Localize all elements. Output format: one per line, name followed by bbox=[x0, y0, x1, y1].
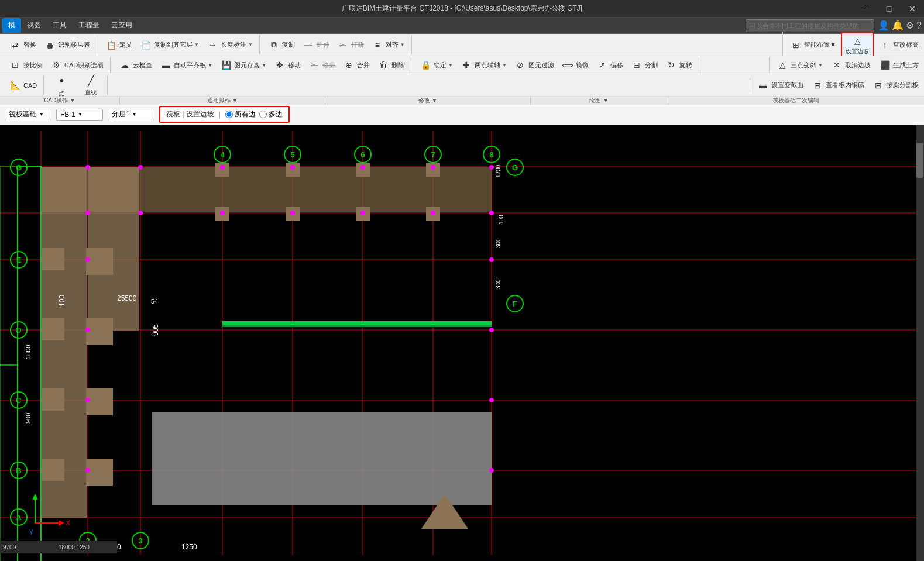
align-icon: ≡ bbox=[371, 39, 384, 51]
svg-rect-35 bbox=[42, 388, 64, 411]
svg-text:X: X bbox=[66, 520, 70, 526]
scale-button[interactable]: ⊡按比例 bbox=[6, 57, 46, 73]
slab-id-dropdown[interactable]: FB-1 ▼ bbox=[56, 109, 103, 121]
toolbar-labels: CAD操作 ▼ 通用操作 ▼ 修改 ▼ 绘图 ▼ 筏板基础二次编辑 bbox=[0, 97, 924, 105]
svg-text:54: 54 bbox=[151, 298, 158, 305]
line-draw-button[interactable]: ╱ 直线 bbox=[78, 70, 104, 101]
svg-rect-29 bbox=[86, 248, 113, 275]
draw-ops-label[interactable]: 绘图 ▼ bbox=[531, 97, 668, 105]
user-icon: 👤 bbox=[878, 20, 889, 31]
general-ops-label[interactable]: 通用操作 ▼ bbox=[120, 97, 325, 105]
menu-item-home[interactable]: 模 bbox=[2, 18, 21, 33]
slope-prefix-label: 筏板 | 设置边坡 bbox=[166, 109, 214, 119]
svg-text:1800: 1800 bbox=[25, 345, 32, 359]
svg-text:E: E bbox=[16, 256, 22, 264]
svg-text:9700: 9700 bbox=[3, 544, 16, 550]
cad-button[interactable]: 📐CAD bbox=[6, 78, 40, 93]
auto-level-icon: ▬ bbox=[159, 58, 172, 71]
save-element-button[interactable]: 💾图元存盘▼ bbox=[217, 57, 269, 73]
svg-point-59 bbox=[489, 257, 494, 262]
rotate-button[interactable]: ↻旋转 bbox=[662, 57, 695, 73]
cloud-check-button[interactable]: ☁云检查 bbox=[115, 57, 155, 73]
toolbar-row3: 📐CAD • 点 ╱ 直线 ▬设置变截面 ⊟查看板内钢筋 ⊟按梁分割板 bbox=[0, 74, 924, 97]
element-filter-button[interactable]: ⊘图元过滤 bbox=[511, 57, 557, 73]
cad-canvas-area[interactable]: G E D C B A G F 2 3 4 5 6 7 8 100 25500 bbox=[0, 125, 924, 561]
toolbar: ⇄替换 ▦识别楼层表 📋定义 📄复制到其它层▼ ↔长度标注▼ ⧉复制 →延伸 ✂… bbox=[0, 34, 924, 104]
rotate-icon: ↻ bbox=[665, 58, 678, 71]
svg-rect-31 bbox=[86, 388, 113, 415]
svg-text:25500: 25500 bbox=[117, 294, 137, 302]
set-cross-section-button[interactable]: ▬设置变截面 bbox=[754, 78, 806, 93]
svg-point-65 bbox=[489, 468, 494, 473]
delete-button[interactable]: 🗑删除 bbox=[374, 57, 407, 73]
bell-icon: 🔔 bbox=[892, 20, 904, 31]
view-high-icon: ↑ bbox=[878, 39, 891, 51]
split-button[interactable]: ⊟分割 bbox=[627, 57, 661, 73]
view-high-button[interactable]: ↑查改标高 bbox=[875, 37, 922, 53]
menu-item-tools[interactable]: 工具 bbox=[47, 18, 73, 33]
copy-to-other-floor-button[interactable]: 📄复制到其它层▼ bbox=[136, 37, 202, 53]
move-button[interactable]: ✥移动 bbox=[270, 57, 304, 73]
svg-text:4: 4 bbox=[220, 150, 225, 159]
identify-floor-table-button[interactable]: ▦识别楼层表 bbox=[40, 37, 93, 53]
define-button[interactable]: 📋定义 bbox=[102, 37, 135, 53]
mirror-icon: ⟺ bbox=[561, 58, 574, 71]
lock-button[interactable]: 🔒锁定▼ bbox=[416, 57, 456, 73]
intelligent-layout-button[interactable]: ⊞智能布置▼ bbox=[786, 37, 839, 53]
modify-ops-label[interactable]: 修改 ▼ bbox=[325, 97, 531, 105]
svg-text:3: 3 bbox=[138, 536, 142, 545]
svg-point-63 bbox=[489, 398, 494, 402]
replace-button[interactable]: ⇄替换 bbox=[6, 37, 39, 53]
svg-text:D: D bbox=[16, 326, 21, 335]
length-annotation-button[interactable]: ↔长度标注▼ bbox=[203, 37, 256, 53]
menu-item-cloud[interactable]: 云应用 bbox=[105, 18, 138, 33]
all-sides-radio[interactable] bbox=[225, 111, 233, 118]
scrollbar-thumb[interactable] bbox=[916, 143, 923, 178]
two-point-axis-button[interactable]: ✚两点辅轴▼ bbox=[457, 57, 510, 73]
multi-side-option[interactable]: 多边 bbox=[259, 109, 283, 119]
help-icon: ? bbox=[916, 20, 922, 31]
extend-button[interactable]: →延伸 bbox=[299, 37, 332, 53]
slab-secondary-edit-group: ⊞智能布置▼ △ 设置边坡 ↑查改标高 bbox=[782, 32, 922, 58]
cancel-slope-button[interactable]: ✕取消边坡 bbox=[827, 57, 874, 73]
menu-item-view[interactable]: 视图 bbox=[21, 18, 47, 33]
copy-button[interactable]: ⧉复制 bbox=[265, 37, 298, 53]
slope-separator: | bbox=[219, 111, 221, 119]
vertical-scrollbar[interactable] bbox=[916, 125, 924, 561]
view-rebar-button[interactable]: ⊟查看板内钢筋 bbox=[808, 78, 867, 93]
generate-earth-button[interactable]: ⬛生成土方 bbox=[875, 57, 922, 73]
three-point-slope-button[interactable]: △三点变斜▼ bbox=[773, 57, 826, 73]
title-bar: 广联达BIM土建计量平台 GTJ2018 - [C:\Users\asus\De… bbox=[0, 0, 924, 18]
search-input[interactable] bbox=[746, 19, 874, 32]
auto-level-button[interactable]: ▬自动平齐板▼ bbox=[156, 57, 215, 73]
align-button[interactable]: ≡对齐▼ bbox=[368, 37, 408, 53]
break-button[interactable]: ✂打断 bbox=[334, 37, 367, 53]
minimize-button[interactable]: ─ bbox=[854, 0, 877, 18]
mirror-button[interactable]: ⟺镜像 bbox=[558, 57, 592, 73]
all-sides-option[interactable]: 所有边 bbox=[225, 109, 256, 119]
point-draw-button[interactable]: • 点 bbox=[49, 70, 74, 101]
merge-button[interactable]: ⊕合并 bbox=[339, 57, 373, 73]
svg-text:18000  1250: 18000 1250 bbox=[59, 544, 90, 550]
layer-dropdown[interactable]: 分层1 ▼ bbox=[108, 108, 154, 121]
multi-side-radio[interactable] bbox=[259, 111, 267, 118]
svg-point-60 bbox=[85, 328, 90, 332]
split-by-beam-button[interactable]: ⊟按梁分割板 bbox=[869, 78, 922, 93]
break-icon: ✂ bbox=[336, 39, 349, 51]
svg-text:5: 5 bbox=[290, 150, 294, 159]
move-icon: ✥ bbox=[273, 58, 286, 71]
cross-section-icon: ▬ bbox=[757, 79, 770, 92]
cad-ops-label[interactable]: CAD操作 ▼ bbox=[0, 97, 120, 105]
cancel-slope-icon: ✕ bbox=[830, 58, 843, 71]
trim-button[interactable]: ✂修剪 bbox=[305, 57, 338, 73]
slab-type-dropdown[interactable]: 筏板基础 ▼ bbox=[5, 108, 51, 121]
svg-text:905: 905 bbox=[152, 324, 160, 336]
menu-item-quantities[interactable]: 工程量 bbox=[73, 18, 105, 33]
slope-icon: △ bbox=[851, 35, 864, 47]
set-slope-button[interactable]: △ 设置边坡 bbox=[841, 32, 874, 58]
restore-button[interactable]: □ bbox=[877, 0, 901, 18]
offset-button[interactable]: ↗偏移 bbox=[593, 57, 626, 73]
modify-group1: ⧉复制 →延伸 ✂打断 ≡对齐▼ bbox=[261, 35, 412, 54]
window-controls: ─ □ ✕ bbox=[854, 0, 924, 18]
close-button[interactable]: ✕ bbox=[901, 0, 924, 18]
